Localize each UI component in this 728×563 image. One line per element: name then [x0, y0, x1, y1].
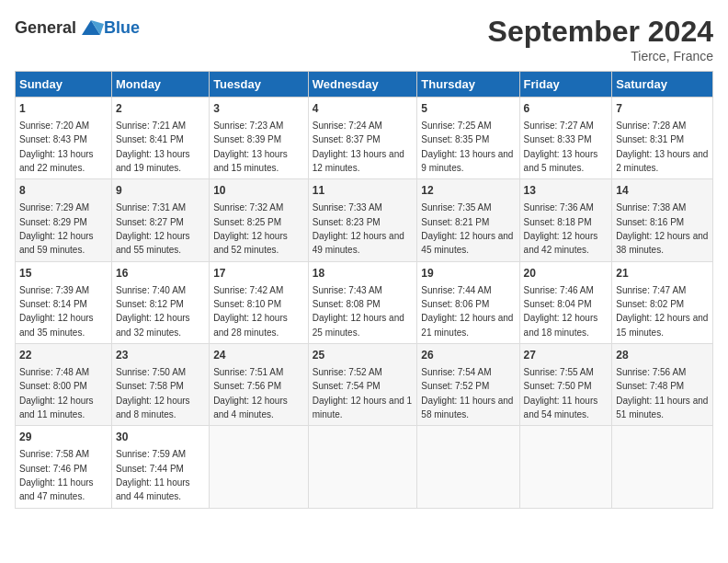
day-number: 16 [116, 266, 205, 282]
day-info: Sunrise: 7:29 AMSunset: 8:29 PMDaylight:… [19, 202, 94, 255]
day-number: 30 [116, 430, 205, 445]
day-number: 2 [116, 101, 205, 117]
day-number: 25 [313, 348, 414, 363]
column-header-friday: Friday [519, 72, 612, 98]
calendar-cell [308, 426, 417, 508]
calendar-cell: 7 Sunrise: 7:28 AMSunset: 8:31 PMDayligh… [612, 98, 713, 179]
day-number: 9 [116, 183, 205, 199]
day-info: Sunrise: 7:58 AMSunset: 7:46 PMDaylight:… [19, 449, 94, 501]
calendar-cell: 10 Sunrise: 7:32 AMSunset: 8:25 PMDaylig… [210, 179, 309, 261]
calendar-cell: 15 Sunrise: 7:39 AMSunset: 8:14 PMDaylig… [16, 261, 112, 343]
calendar-cell: 16 Sunrise: 7:40 AMSunset: 8:12 PMDaylig… [111, 261, 209, 343]
day-number: 20 [524, 266, 609, 282]
calendar-cell: 19 Sunrise: 7:44 AMSunset: 8:06 PMDaylig… [417, 261, 519, 343]
calendar-header-row: SundayMondayTuesdayWednesdayThursdayFrid… [16, 72, 713, 98]
column-header-thursday: Thursday [417, 72, 519, 98]
day-number: 12 [421, 183, 515, 199]
calendar-cell: 6 Sunrise: 7:27 AMSunset: 8:33 PMDayligh… [519, 98, 612, 179]
calendar-cell: 9 Sunrise: 7:31 AMSunset: 8:27 PMDayligh… [111, 179, 209, 261]
calendar-cell: 26 Sunrise: 7:54 AMSunset: 7:52 PMDaylig… [417, 344, 519, 426]
calendar-week-4: 22 Sunrise: 7:48 AMSunset: 8:00 PMDaylig… [16, 344, 713, 426]
day-number: 13 [524, 183, 609, 199]
calendar-subtitle: Tierce, France [488, 49, 713, 63]
calendar-cell: 11 Sunrise: 7:33 AMSunset: 8:23 PMDaylig… [308, 179, 417, 261]
day-number: 26 [421, 348, 515, 363]
title-area: September 2024 Tierce, France [488, 15, 713, 63]
day-number: 23 [116, 348, 205, 363]
calendar-cell: 4 Sunrise: 7:24 AMSunset: 8:37 PMDayligh… [308, 98, 417, 179]
day-number: 7 [616, 101, 709, 117]
calendar-cell [210, 426, 309, 508]
calendar-cell: 12 Sunrise: 7:35 AMSunset: 8:21 PMDaylig… [417, 179, 519, 261]
day-info: Sunrise: 7:40 AMSunset: 8:12 PMDaylight:… [116, 285, 190, 338]
day-info: Sunrise: 7:48 AMSunset: 8:00 PMDaylight:… [19, 367, 94, 419]
column-header-sunday: Sunday [16, 72, 112, 98]
day-info: Sunrise: 7:39 AMSunset: 8:14 PMDaylight:… [19, 285, 94, 338]
day-number: 17 [213, 266, 304, 282]
calendar-cell: 17 Sunrise: 7:42 AMSunset: 8:10 PMDaylig… [210, 261, 309, 343]
day-info: Sunrise: 7:42 AMSunset: 8:10 PMDaylight:… [213, 285, 288, 338]
column-header-saturday: Saturday [612, 72, 713, 98]
calendar-week-3: 15 Sunrise: 7:39 AMSunset: 8:14 PMDaylig… [16, 261, 713, 343]
calendar-cell: 18 Sunrise: 7:43 AMSunset: 8:08 PMDaylig… [308, 261, 417, 343]
day-number: 8 [19, 183, 108, 199]
calendar-cell: 13 Sunrise: 7:36 AMSunset: 8:18 PMDaylig… [519, 179, 612, 261]
calendar-week-1: 1 Sunrise: 7:20 AMSunset: 8:43 PMDayligh… [16, 98, 713, 179]
calendar-cell: 27 Sunrise: 7:55 AMSunset: 7:50 PMDaylig… [519, 344, 612, 426]
calendar-cell: 5 Sunrise: 7:25 AMSunset: 8:35 PMDayligh… [417, 98, 519, 179]
day-number: 24 [213, 348, 304, 363]
calendar-cell: 20 Sunrise: 7:46 AMSunset: 8:04 PMDaylig… [519, 261, 612, 343]
day-info: Sunrise: 7:46 AMSunset: 8:04 PMDaylight:… [524, 285, 598, 338]
day-info: Sunrise: 7:54 AMSunset: 7:52 PMDaylight:… [421, 367, 513, 419]
calendar-table: SundayMondayTuesdayWednesdayThursdayFrid… [15, 71, 713, 509]
day-info: Sunrise: 7:31 AMSunset: 8:27 PMDaylight:… [116, 202, 190, 255]
day-number: 18 [313, 266, 414, 282]
calendar-body: 1 Sunrise: 7:20 AMSunset: 8:43 PMDayligh… [16, 98, 713, 509]
calendar-week-2: 8 Sunrise: 7:29 AMSunset: 8:29 PMDayligh… [16, 179, 713, 261]
day-info: Sunrise: 7:55 AMSunset: 7:50 PMDaylight:… [524, 367, 598, 419]
day-info: Sunrise: 7:28 AMSunset: 8:31 PMDaylight:… [616, 121, 708, 173]
day-info: Sunrise: 7:25 AMSunset: 8:35 PMDaylight:… [421, 121, 513, 173]
calendar-cell: 14 Sunrise: 7:38 AMSunset: 8:16 PMDaylig… [612, 179, 713, 261]
calendar-cell: 23 Sunrise: 7:50 AMSunset: 7:58 PMDaylig… [111, 344, 209, 426]
calendar-cell [417, 426, 519, 508]
day-info: Sunrise: 7:33 AMSunset: 8:23 PMDaylight:… [313, 202, 404, 255]
day-info: Sunrise: 7:20 AMSunset: 8:43 PMDaylight:… [19, 121, 94, 173]
day-info: Sunrise: 7:50 AMSunset: 7:58 PMDaylight:… [116, 367, 190, 419]
logo: General Blue [15, 15, 140, 40]
day-info: Sunrise: 7:59 AMSunset: 7:44 PMDaylight:… [116, 449, 190, 501]
day-info: Sunrise: 7:38 AMSunset: 8:16 PMDaylight:… [616, 202, 708, 255]
calendar-cell: 3 Sunrise: 7:23 AMSunset: 8:39 PMDayligh… [210, 98, 309, 179]
logo-general: General [15, 18, 76, 38]
calendar-cell: 21 Sunrise: 7:47 AMSunset: 8:02 PMDaylig… [612, 261, 713, 343]
calendar-cell: 29 Sunrise: 7:58 AMSunset: 7:46 PMDaylig… [16, 426, 112, 508]
day-number: 3 [213, 101, 304, 117]
calendar-week-5: 29 Sunrise: 7:58 AMSunset: 7:46 PMDaylig… [16, 426, 713, 508]
calendar-cell: 2 Sunrise: 7:21 AMSunset: 8:41 PMDayligh… [111, 98, 209, 179]
calendar-cell: 1 Sunrise: 7:20 AMSunset: 8:43 PMDayligh… [16, 98, 112, 179]
calendar-cell: 30 Sunrise: 7:59 AMSunset: 7:44 PMDaylig… [111, 426, 209, 508]
day-info: Sunrise: 7:47 AMSunset: 8:02 PMDaylight:… [616, 285, 708, 338]
calendar-cell: 25 Sunrise: 7:52 AMSunset: 7:54 PMDaylig… [308, 344, 417, 426]
day-info: Sunrise: 7:43 AMSunset: 8:08 PMDaylight:… [313, 285, 404, 338]
calendar-cell: 28 Sunrise: 7:56 AMSunset: 7:48 PMDaylig… [612, 344, 713, 426]
day-info: Sunrise: 7:56 AMSunset: 7:48 PMDaylight:… [616, 367, 708, 419]
day-number: 4 [313, 101, 414, 117]
day-number: 22 [19, 348, 108, 363]
column-header-tuesday: Tuesday [210, 72, 309, 98]
column-header-monday: Monday [111, 72, 209, 98]
day-number: 6 [524, 101, 609, 117]
day-number: 1 [19, 101, 108, 117]
day-info: Sunrise: 7:23 AMSunset: 8:39 PMDaylight:… [213, 121, 288, 173]
day-number: 10 [213, 183, 304, 199]
day-number: 11 [313, 183, 414, 199]
day-info: Sunrise: 7:44 AMSunset: 8:06 PMDaylight:… [421, 285, 513, 338]
calendar-title: September 2024 [488, 15, 713, 49]
day-info: Sunrise: 7:51 AMSunset: 7:56 PMDaylight:… [213, 367, 288, 419]
day-info: Sunrise: 7:32 AMSunset: 8:25 PMDaylight:… [213, 202, 288, 255]
logo-icon [78, 15, 104, 40]
calendar-cell: 22 Sunrise: 7:48 AMSunset: 8:00 PMDaylig… [16, 344, 112, 426]
calendar-cell [519, 426, 612, 508]
calendar-cell [612, 426, 713, 508]
day-info: Sunrise: 7:36 AMSunset: 8:18 PMDaylight:… [524, 202, 598, 255]
